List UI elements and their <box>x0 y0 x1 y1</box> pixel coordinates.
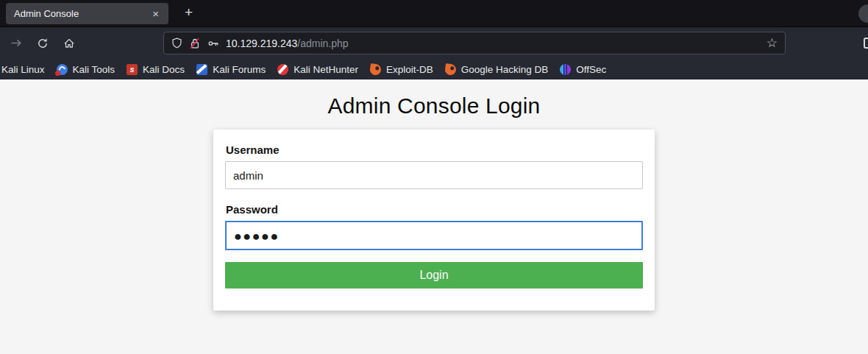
forward-icon[interactable] <box>7 33 25 54</box>
tab-close-icon[interactable]: × <box>149 7 163 21</box>
page-content: Admin Console Login Username Password Lo… <box>0 79 868 354</box>
toolbar-overflow-partial[interactable] <box>864 38 868 49</box>
login-card: Username Password Login <box>213 130 655 311</box>
bookmark-label: Kali Forums <box>213 64 266 75</box>
bookmark-item-kali-tools[interactable]: Kali Tools <box>51 61 121 78</box>
bookmark-label: Kali Docs <box>143 64 185 75</box>
navigation-toolbar: 10.129.219.243 /admin.php ☆ <box>0 27 868 59</box>
url-path: /admin.php <box>297 38 348 49</box>
bookmark-item-kali-linux[interactable]: Kali Linux <box>0 61 51 78</box>
bookmark-item-exploit-db[interactable]: Exploit-DB <box>364 61 439 78</box>
url-bar[interactable]: 10.129.219.243 /admin.php ☆ <box>163 32 786 54</box>
bookmark-label: Kali Tools <box>73 64 115 75</box>
kali-docs-favicon <box>127 64 138 75</box>
bookmark-item-kali-docs[interactable]: Kali Docs <box>121 61 191 78</box>
login-button[interactable]: Login <box>225 262 643 288</box>
password-input[interactable] <box>225 221 643 250</box>
bookmark-label: Exploit-DB <box>386 64 433 75</box>
kali-nethunter-favicon <box>277 64 288 75</box>
insecure-lock-icon[interactable] <box>189 38 201 49</box>
home-icon[interactable] <box>60 33 78 54</box>
page-title: Admin Console Login <box>0 93 868 118</box>
password-label: Password <box>226 203 643 216</box>
bookmark-star-icon[interactable]: ☆ <box>766 35 778 51</box>
offsec-favicon <box>560 64 571 75</box>
kali-forums-favicon <box>196 64 207 75</box>
bookmark-item-offsec[interactable]: OffSec <box>554 61 612 78</box>
bookmarks-toolbar: Kali Linux Kali Tools Kali Docs Kali For… <box>0 59 868 79</box>
window-control-partial[interactable] <box>858 4 868 23</box>
bookmark-item-kali-nethunter[interactable]: Kali NetHunter <box>271 61 364 78</box>
tab-title: Admin Console <box>14 8 149 19</box>
new-tab-button[interactable]: + <box>179 4 199 22</box>
bookmark-label: Kali NetHunter <box>294 64 358 75</box>
bookmark-item-kali-forums[interactable]: Kali Forums <box>191 61 271 78</box>
bookmark-label: Kali Linux <box>1 64 45 75</box>
bookmark-item-google-hacking-db[interactable]: Google Hacking DB <box>439 61 555 78</box>
username-label: Username <box>226 144 643 156</box>
kali-tools-favicon <box>57 64 68 75</box>
url-host: 10.129.219.243 <box>226 38 297 49</box>
key-icon[interactable] <box>207 38 219 49</box>
ghdb-favicon <box>444 63 457 76</box>
exploit-db-favicon <box>369 63 382 76</box>
reload-icon[interactable] <box>34 33 51 54</box>
browser-tab[interactable]: Admin Console × <box>6 3 168 24</box>
bookmark-label: OffSec <box>576 64 606 75</box>
tab-bar: Admin Console × + <box>0 0 868 27</box>
username-input[interactable] <box>225 161 643 189</box>
browser-window: Admin Console × + <box>0 0 868 354</box>
bookmark-label: Google Hacking DB <box>461 64 549 75</box>
shield-icon[interactable] <box>171 38 182 49</box>
